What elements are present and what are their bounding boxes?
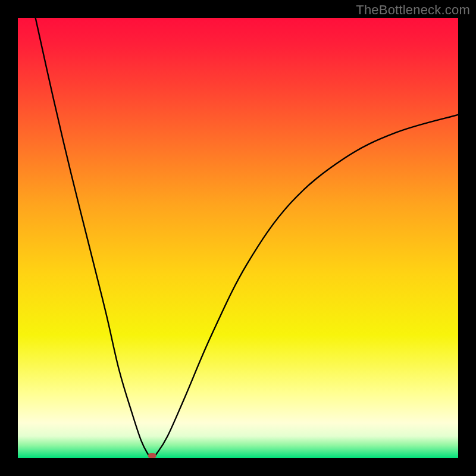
chart-frame: TheBottleneck.com bbox=[0, 0, 476, 476]
plot-background bbox=[18, 18, 458, 458]
watermark-text: TheBottleneck.com bbox=[356, 2, 470, 18]
bottleneck-chart bbox=[18, 18, 458, 458]
